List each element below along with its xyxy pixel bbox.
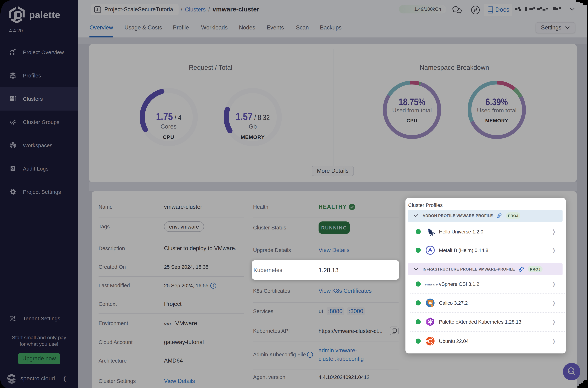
svg-text:vmware: vmware xyxy=(425,282,438,286)
